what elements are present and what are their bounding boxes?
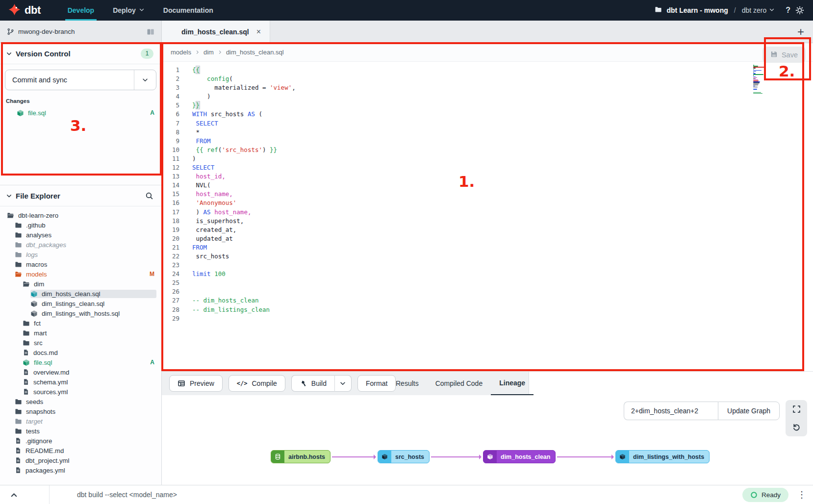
file-tree-item[interactable]: tests (0, 426, 161, 436)
change-status-badge: M (150, 271, 154, 277)
file-tree-item[interactable]: macros (0, 259, 161, 269)
search-icon[interactable] (145, 192, 153, 200)
chevron-down-icon[interactable] (6, 193, 12, 199)
folder-icon (15, 408, 22, 415)
fullscreen-icon[interactable] (792, 405, 801, 413)
file-tree-item[interactable]: dbt_project.yml (0, 455, 161, 465)
compile-button[interactable]: </> Compile (229, 375, 285, 392)
version-control-header[interactable]: Version Control 1 (0, 43, 161, 64)
editor-minimap[interactable] (753, 65, 766, 95)
command-input[interactable] (50, 490, 742, 499)
file-tree-item[interactable]: sources.yml (0, 387, 161, 397)
tab-compiled-code[interactable]: Compiled Code (427, 372, 491, 395)
file-icon (23, 378, 29, 385)
tab-results[interactable]: Results (387, 372, 427, 395)
commit-and-sync-button[interactable]: Commit and sync (5, 70, 156, 90)
model-cube-icon (17, 109, 24, 117)
lineage-node-dim_listings_with_hosts[interactable]: dim_listings_with_hosts (615, 450, 710, 463)
new-tab-button[interactable]: + (793, 21, 808, 43)
file-icon (15, 447, 22, 454)
file-tree-item[interactable]: file.sqlA (0, 357, 161, 367)
nav-item-documentation[interactable]: Documentation (154, 0, 223, 21)
dbt-logo-icon (8, 3, 21, 18)
cube-icon (378, 451, 391, 463)
file-tree-item[interactable]: docs.md (0, 348, 161, 357)
file-tree-item[interactable]: modelsM (0, 269, 161, 279)
update-graph-button[interactable]: Update Graph (718, 402, 780, 420)
file-tree-item[interactable]: README.md (0, 446, 161, 455)
editor-tab[interactable]: dim_hosts_clean.sql × (162, 21, 270, 43)
folder-open-icon (23, 280, 30, 288)
workspace-bar: mwong-dev-branch dim_hosts_clean.sql × + (0, 21, 813, 43)
branch-name[interactable]: mwong-dev-branch (18, 28, 75, 35)
editor-toolbar: Preview </> Compile Build Format Results (162, 371, 813, 395)
split-view-icon[interactable] (147, 28, 154, 36)
tab-lineage[interactable]: Lineage (491, 372, 534, 395)
chevron-down-icon (339, 380, 346, 387)
changes-list: file.sqlA (0, 107, 161, 119)
settings-gear-icon[interactable] (795, 6, 804, 15)
breadcrumb-item[interactable]: models (171, 49, 191, 56)
chevron-down-icon[interactable] (134, 70, 156, 90)
file-tree-item[interactable]: target (0, 416, 161, 426)
file-tree-item[interactable]: seeds (0, 397, 161, 406)
file-tree-item[interactable]: dim_listings_with_hosts.sql (0, 308, 161, 318)
lineage-view-tools (786, 400, 807, 436)
lineage-node-airbnb.hosts[interactable]: airbnb.hosts (271, 450, 330, 463)
file-tree-item[interactable]: analyses (0, 230, 161, 240)
file-tree-item[interactable]: .github (0, 220, 161, 230)
file-explorer-section: File Explorer dbt-learn-zero.githubanaly… (0, 185, 161, 475)
build-button-group: Build (291, 375, 352, 392)
chevron-down-icon[interactable] (6, 50, 12, 57)
lineage-selector-input[interactable] (624, 402, 718, 420)
file-tree-item[interactable]: dim_listings_clean.sql (0, 299, 161, 308)
build-options-chevron[interactable] (334, 375, 352, 392)
file-explorer-header[interactable]: File Explorer (0, 185, 161, 206)
lineage-node-src_hosts[interactable]: src_hosts (378, 450, 430, 463)
file-tree-item[interactable]: mart (0, 328, 161, 338)
folder-icon (23, 339, 30, 347)
breadcrumb-item: dim_hosts_clean.sql (226, 49, 284, 56)
file-tree-item[interactable]: src (0, 338, 161, 348)
status-badge: Ready (742, 488, 788, 502)
file-tree-item[interactable]: dbt_packages (0, 240, 161, 250)
file-tree-item[interactable]: packages.yml (0, 465, 161, 475)
file-tree-item[interactable]: .gitignore (0, 436, 161, 446)
build-button[interactable]: Build (291, 375, 334, 392)
reset-view-icon[interactable] (792, 423, 801, 431)
file-tree-item[interactable]: overview.md (0, 367, 161, 377)
file-tree-item[interactable]: logs (0, 250, 161, 259)
nav-item-develop[interactable]: Develop (58, 0, 103, 21)
project-selector[interactable]: dbt zero (742, 6, 775, 14)
file-tree: dbt-learn-zero.githubanalysesdbt_package… (0, 206, 161, 475)
code-area[interactable]: {{ config( materialized = 'view', )}}WIT… (192, 66, 749, 323)
file-tree-item[interactable]: dim_hosts_clean.sql (0, 289, 161, 299)
help-button[interactable]: ? (786, 6, 790, 15)
cube-icon (616, 451, 629, 463)
sidebar: Version Control 1 Commit and sync Change… (0, 43, 162, 485)
account-name[interactable]: dbt Learn - mwong (667, 6, 728, 14)
file-tree-item[interactable]: snapshots (0, 406, 161, 416)
breadcrumb-item[interactable]: dim (203, 49, 214, 56)
file-tree-item[interactable]: dbt-learn-zero (0, 210, 161, 220)
folder-icon (15, 261, 22, 268)
file-tree-item[interactable]: dim (0, 279, 161, 289)
close-icon[interactable]: × (256, 27, 261, 36)
kebab-menu-icon[interactable]: ⋮ (793, 489, 810, 500)
table-icon (178, 379, 185, 387)
lineage-node-dim_hosts_clean[interactable]: dim_hosts_clean (483, 450, 556, 463)
save-button[interactable]: Save (762, 47, 806, 63)
file-tree-item[interactable]: fct (0, 318, 161, 328)
file-icon (23, 349, 29, 356)
preview-button[interactable]: Preview (169, 375, 223, 392)
changes-count-badge: 1 (141, 49, 153, 59)
chevron-up-icon[interactable] (0, 491, 49, 499)
dbt-logo[interactable]: dbt (0, 0, 46, 21)
changed-file-row[interactable]: file.sqlA (0, 107, 161, 119)
nav-item-deploy[interactable]: Deploy (103, 0, 154, 21)
file-tree-item[interactable]: schema.yml (0, 377, 161, 387)
status-circle-icon (750, 491, 758, 499)
folder-icon (15, 222, 22, 229)
cube-icon (483, 451, 497, 463)
lineage-panel: Update Graph airbnb.hostssrc_hostsdim_ho… (162, 395, 813, 485)
